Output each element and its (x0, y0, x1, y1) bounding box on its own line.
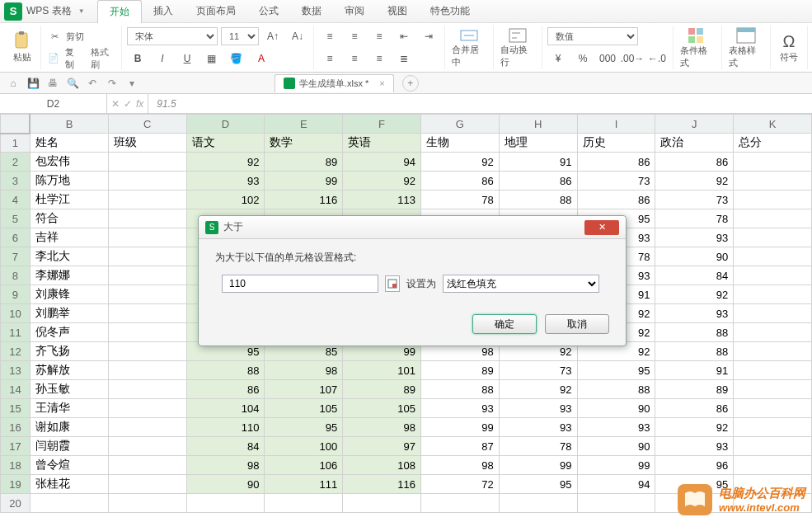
dialog-titlebar[interactable]: S 大于 ✕ (199, 216, 626, 239)
cancel-button[interactable]: 取消 (545, 314, 609, 334)
watermark-url: www.intevl.com (719, 501, 800, 514)
dialog-close-button[interactable]: ✕ (584, 220, 619, 235)
dialog-title: 大于 (223, 220, 584, 234)
threshold-input[interactable] (222, 275, 378, 293)
range-picker-icon[interactable] (385, 275, 400, 292)
dialog-prompt: 为大于以下值的单元格设置格式: (215, 251, 609, 265)
set-as-label: 设置为 (406, 277, 436, 291)
dialog-app-icon: S (205, 221, 218, 234)
svg-rect-11 (392, 284, 397, 288)
ok-button[interactable]: 确定 (472, 314, 537, 334)
greater-than-dialog: S 大于 ✕ 为大于以下值的单元格设置格式: 设置为 浅红色填充 确定 取消 (198, 215, 627, 346)
dialog-overlay: S 大于 ✕ 为大于以下值的单元格设置格式: 设置为 浅红色填充 确定 取消 (0, 0, 812, 522)
watermark: 电脑办公百科网 www.intevl.com (678, 484, 805, 515)
watermark-title: 电脑办公百科网 (719, 486, 805, 501)
book-icon (678, 484, 712, 515)
format-select[interactable]: 浅红色填充 (443, 275, 599, 293)
